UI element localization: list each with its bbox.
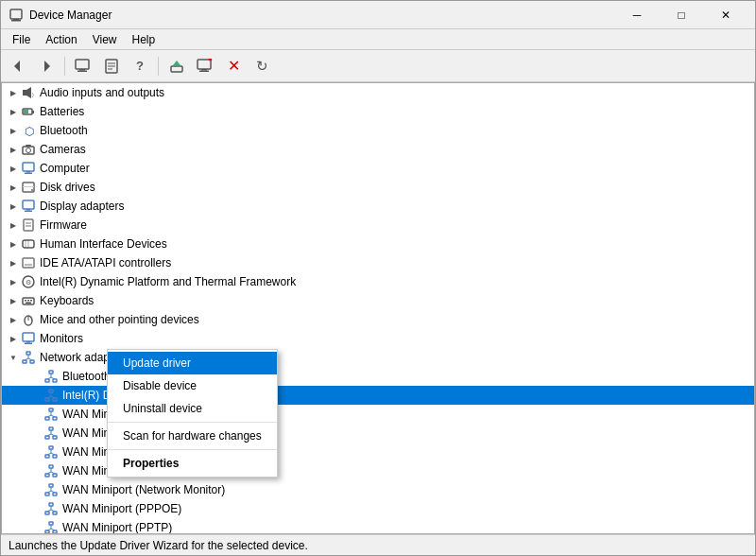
tree-item-mice[interactable]: ▶Mice and other pointing devices	[2, 310, 754, 329]
tree-item-ide[interactable]: ▶IDE ATA/ATAPI controllers	[2, 253, 754, 272]
tree-expand-diskdrives[interactable]: ▶	[6, 180, 21, 195]
back-button[interactable]	[5, 54, 31, 78]
tree-label-wan5: WAN Miniport (Network Monitor)	[62, 483, 225, 496]
tree-label-firmware: Firmware	[40, 218, 87, 232]
monitor-button[interactable]	[192, 54, 218, 78]
status-bar: Launches the Update Driver Wizard for th…	[1, 534, 755, 555]
scan-button[interactable]: ↻	[249, 54, 275, 78]
tree-expand-cameras[interactable]: ▶	[6, 142, 21, 157]
tree-expand-network[interactable]: ▼	[6, 350, 21, 365]
tree-expand-keyboards[interactable]: ▶	[6, 293, 21, 308]
tree-item-firmware[interactable]: ▶Firmware	[2, 216, 754, 235]
tree-item-wan6[interactable]: WAN Miniport (PPPOE)	[2, 499, 754, 518]
svg-rect-82	[49, 427, 53, 430]
tree-icon-ide	[21, 255, 36, 270]
menu-action[interactable]: Action	[38, 31, 84, 48]
tree-label-hid: Human Interface Devices	[40, 237, 167, 251]
svg-rect-45	[25, 264, 32, 266]
tree-icon-wan7	[43, 520, 59, 534]
tree-expand-wan7[interactable]	[28, 520, 43, 534]
svg-rect-52	[26, 303, 31, 304]
tree-expand-batteries[interactable]: ▶	[6, 104, 21, 119]
tree-icon-batteries	[21, 104, 36, 119]
tree-expand-wan3[interactable]	[28, 444, 43, 460]
context-menu-item-disable-device[interactable]: Disable device	[108, 374, 277, 397]
svg-rect-28	[26, 145, 31, 147]
tree-expand-computer[interactable]: ▶	[6, 161, 21, 176]
menu-view[interactable]: View	[85, 31, 125, 48]
tree-expand-monitors[interactable]: ▶	[6, 331, 21, 346]
tree-icon-wan4	[43, 463, 59, 478]
tree-item-hid[interactable]: ▶Human Interface Devices	[2, 235, 754, 253]
tree-expand-wan6[interactable]	[28, 501, 43, 516]
svg-rect-96	[53, 474, 57, 477]
tree-icon-firmware	[21, 217, 36, 233]
tree-item-cameras[interactable]: ▶Cameras	[2, 140, 754, 159]
tree-icon-netintel	[43, 388, 59, 403]
uninstall-button[interactable]: ✕	[220, 54, 247, 78]
update-driver-button[interactable]	[163, 54, 190, 78]
tree-item-batteries[interactable]: ▶Batteries	[2, 102, 754, 121]
tree-item-computer[interactable]: ▶Computer	[2, 159, 754, 178]
tree-item-keyboards[interactable]: ▶Keyboards	[2, 291, 754, 310]
properties-button[interactable]	[98, 54, 125, 78]
context-menu-separator	[108, 422, 277, 423]
svg-rect-107	[45, 512, 49, 514]
tree-label-audio: Audio inputs and outputs	[40, 86, 164, 99]
tree-item-monitors[interactable]: ▶Monitors	[2, 329, 754, 348]
menu-help[interactable]: Help	[125, 31, 163, 48]
forward-button[interactable]	[33, 54, 60, 78]
tree-item-displayadapters[interactable]: ▶Display adapters	[2, 197, 754, 216]
tree-expand-mice[interactable]: ▶	[6, 312, 21, 327]
menu-file[interactable]: File	[5, 31, 38, 48]
tree-item-wan5[interactable]: WAN Miniport (Network Monitor)	[2, 480, 754, 499]
tree-expand-ide[interactable]: ▶	[6, 255, 21, 270]
close-button[interactable]: ✕	[704, 1, 747, 29]
tree-label-monitors: Monitors	[40, 332, 83, 345]
tree-item-diskdrives[interactable]: ▶Disk drives	[2, 178, 754, 197]
svg-rect-113	[45, 530, 49, 533]
computer-button[interactable]	[70, 54, 96, 78]
tree-expand-firmware[interactable]: ▶	[6, 217, 21, 233]
tree-expand-netbluetooth[interactable]	[28, 369, 43, 384]
tree-icon-cameras	[21, 142, 36, 157]
svg-marker-13	[173, 61, 180, 65]
tree-icon-hid	[21, 236, 36, 252]
svg-rect-100	[49, 484, 53, 487]
svg-rect-66	[53, 379, 57, 382]
tree-item-wan7[interactable]: WAN Miniport (PPTP)	[2, 518, 754, 534]
maximize-button[interactable]: □	[660, 1, 703, 29]
tree-expand-displayadapters[interactable]: ▶	[6, 199, 21, 214]
svg-rect-31	[25, 173, 32, 175]
svg-rect-49	[25, 300, 26, 302]
tree-expand-wan5[interactable]	[28, 482, 43, 497]
tree-expand-hid[interactable]: ▶	[6, 236, 21, 252]
window-controls: ─ □ ✕	[615, 1, 747, 29]
help-button[interactable]: ?	[127, 54, 153, 78]
context-menu-item-properties[interactable]: Properties	[108, 452, 277, 475]
tree-expand-wan4[interactable]	[28, 463, 43, 478]
svg-rect-88	[49, 446, 53, 449]
svg-rect-78	[53, 417, 57, 420]
context-menu-item-update-driver[interactable]: Update driver	[108, 352, 277, 374]
context-menu-item-scan-for-hardware-changes[interactable]: Scan for hardware changes	[108, 425, 277, 447]
context-menu-item-uninstall-device[interactable]: Uninstall device	[108, 397, 277, 420]
svg-rect-64	[49, 371, 53, 374]
tree-expand-wan1[interactable]	[28, 407, 43, 422]
svg-rect-112	[49, 522, 53, 525]
tree-expand-bluetooth[interactable]: ▶	[6, 123, 21, 138]
svg-rect-55	[23, 333, 34, 341]
tree-expand-netintel[interactable]	[28, 388, 43, 403]
tree-item-bluetooth[interactable]: ▶⬡Bluetooth	[2, 121, 754, 140]
svg-rect-102	[53, 493, 57, 495]
tree-expand-intel[interactable]: ▶	[6, 274, 21, 289]
minimize-button[interactable]: ─	[615, 1, 659, 29]
tree-icon-keyboards	[21, 293, 36, 308]
svg-rect-94	[49, 465, 53, 468]
tree-expand-wan2[interactable]	[28, 426, 43, 441]
tree-label-wan7: WAN Miniport (PPTP)	[62, 521, 172, 534]
context-menu-separator	[108, 449, 277, 450]
tree-item-intel[interactable]: ▶⚙Intel(R) Dynamic Platform and Thermal …	[2, 272, 754, 291]
tree-expand-audio[interactable]: ▶	[6, 85, 21, 100]
tree-item-audio[interactable]: ▶)Audio inputs and outputs	[2, 83, 754, 102]
